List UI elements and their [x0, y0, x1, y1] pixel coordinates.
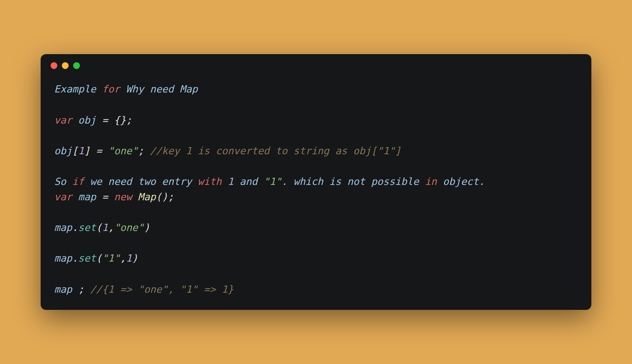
code-token: obj: [78, 115, 96, 126]
code-token: =: [102, 115, 108, 126]
code-token: {}: [114, 115, 126, 126]
code-token: "one": [114, 222, 144, 233]
code-token: new: [114, 191, 132, 203]
code-token: with: [198, 176, 222, 187]
code-token: object.: [437, 176, 485, 187]
code-token: ]: [84, 145, 90, 157]
maximize-icon[interactable]: [73, 62, 80, 69]
code-token: . which is not possible: [281, 176, 425, 187]
code-token: [: [72, 145, 78, 157]
code-token: ;: [126, 115, 132, 126]
code-token: "1": [264, 176, 282, 187]
code-token: for: [102, 83, 120, 95]
code-token: 1: [126, 253, 132, 264]
code-token: [96, 115, 102, 126]
code-line: [54, 97, 578, 112]
code-token: ): [132, 253, 138, 264]
code-token: .: [72, 222, 78, 233]
code-token: 1: [228, 176, 233, 187]
code-token: ;: [138, 145, 144, 157]
code-token: Map: [138, 191, 156, 203]
code-token: (: [96, 253, 102, 264]
code-token: (: [96, 222, 102, 233]
code-line: map.set("1",1): [54, 251, 578, 266]
code-token: [84, 284, 90, 295]
code-line: [54, 205, 578, 220]
code-token: [132, 191, 138, 203]
code-token: "1": [102, 253, 120, 264]
code-token: [72, 191, 78, 203]
code-line: var map = new Map();: [54, 189, 578, 205]
code-token: ,: [120, 253, 126, 264]
code-token: var: [54, 191, 72, 203]
code-token: 1: [78, 145, 84, 157]
code-token: ();: [156, 191, 174, 203]
code-content: Example for Why need Map var obj = {}; o…: [41, 71, 591, 309]
minimize-icon[interactable]: [62, 62, 69, 69]
code-line: obj[1] = "one"; //key 1 is converted to …: [54, 143, 578, 159]
code-token: map: [54, 222, 72, 233]
code-line: So if we need two entry with 1 and "1". …: [54, 174, 578, 189]
code-line: Example for Why need Map: [54, 82, 578, 97]
code-token: [102, 145, 108, 157]
code-token: we need two entry: [84, 176, 198, 187]
code-line: map.set(1,"one"): [54, 220, 578, 235]
code-line: [54, 266, 578, 281]
code-line: [54, 159, 578, 174]
code-token: "one": [108, 145, 138, 157]
close-icon[interactable]: [51, 62, 57, 69]
code-token: ;: [78, 284, 84, 295]
code-token: and: [233, 176, 263, 187]
code-token: [96, 191, 102, 203]
code-line: var obj = {};: [54, 113, 578, 128]
code-token: ,: [108, 222, 114, 233]
code-token: map: [54, 284, 78, 295]
code-token: .: [72, 253, 78, 264]
code-token: =: [96, 145, 102, 157]
code-token: set: [78, 253, 96, 264]
code-token: 1: [102, 222, 108, 233]
code-token: ): [144, 222, 150, 233]
code-window: Example for Why need Map var obj = {}; o…: [41, 54, 591, 309]
code-token: [72, 115, 78, 126]
code-token: set: [78, 222, 96, 233]
code-token: Why need Map: [120, 83, 198, 95]
code-token: Example: [54, 83, 102, 95]
window-titlebar: [41, 54, 591, 71]
code-token: =: [102, 191, 108, 203]
code-token: in: [425, 176, 437, 187]
code-token: obj: [54, 145, 72, 157]
code-token: map: [78, 191, 96, 203]
code-token: [144, 145, 150, 157]
code-token: [90, 145, 96, 157]
code-token: [108, 115, 114, 126]
code-line: map ; //{1 => "one", "1" => 1}: [54, 282, 578, 297]
code-line: [54, 235, 578, 251]
code-token: So: [54, 176, 72, 187]
code-line: [54, 128, 578, 143]
code-token: map: [54, 253, 72, 264]
code-token: if: [72, 176, 84, 187]
code-token: [222, 176, 228, 187]
code-token: [108, 191, 114, 203]
code-token: var: [54, 115, 72, 126]
code-token: //key 1 is converted to string as obj["1…: [150, 145, 401, 157]
code-token: //{1 => "one", "1" => 1}: [90, 284, 233, 295]
